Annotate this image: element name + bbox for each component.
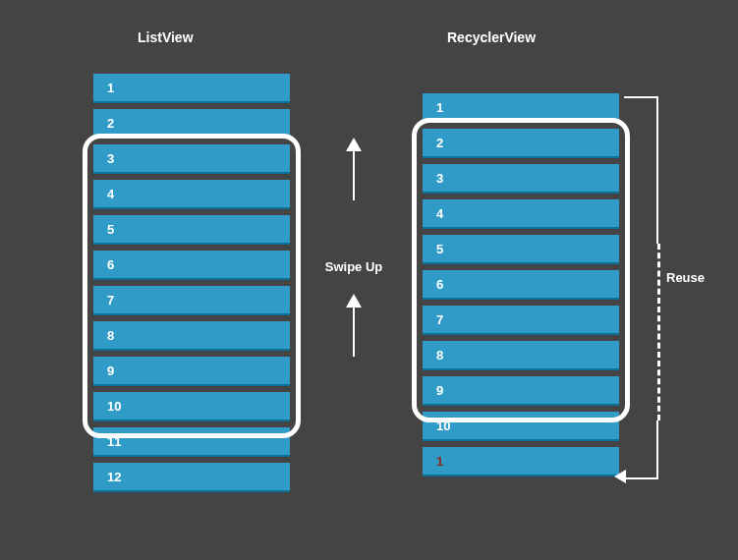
list-item: 6 <box>93 251 290 280</box>
swipe-up-indicator: Swipe Up <box>314 138 393 357</box>
arrow-shaft <box>353 151 355 200</box>
list-item: 7 <box>423 306 619 335</box>
list-item: 9 <box>423 376 619 406</box>
recyclerview-title: RecyclerView <box>447 29 536 45</box>
list-item: 7 <box>93 286 290 315</box>
list-item: 1 <box>423 93 619 123</box>
list-item: 5 <box>93 215 290 245</box>
arrow-left-icon <box>614 470 626 483</box>
list-item: 3 <box>93 144 290 174</box>
arrow-up-icon <box>346 138 362 151</box>
list-item: 2 <box>93 109 290 139</box>
list-item: 6 <box>423 270 619 300</box>
listview-column: 1 2 3 4 5 6 7 8 9 10 11 12 <box>93 74 290 498</box>
list-item: 10 <box>423 412 619 441</box>
list-item-reused: 1 <box>423 447 619 476</box>
list-item: 4 <box>423 199 619 229</box>
reuse-label: Reuse <box>666 270 705 285</box>
arrow-up-icon <box>346 294 362 308</box>
list-item: 5 <box>423 235 619 264</box>
list-item: 1 <box>93 74 290 103</box>
list-item: 11 <box>93 427 290 457</box>
listview-title: ListView <box>138 29 194 45</box>
recyclerview-column: 1 2 3 4 5 6 7 8 9 10 1 <box>423 93 619 482</box>
list-item: 2 <box>423 129 619 158</box>
list-item: 12 <box>93 463 290 492</box>
list-item: 4 <box>93 180 290 209</box>
reuse-arrow-path <box>624 96 658 479</box>
list-item: 8 <box>93 321 290 351</box>
list-item: 10 <box>93 392 290 421</box>
list-item: 9 <box>93 357 290 386</box>
arrow-shaft <box>353 308 355 357</box>
swipe-up-label: Swipe Up <box>314 259 393 274</box>
list-item: 3 <box>423 164 619 194</box>
list-item: 8 <box>423 341 619 370</box>
